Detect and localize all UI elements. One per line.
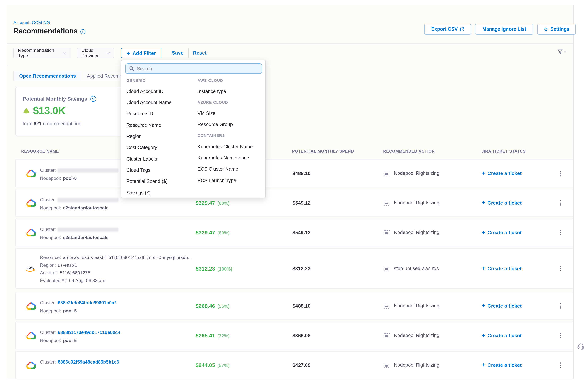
dropdown-item-resource-id[interactable]: Resource ID [126, 108, 196, 120]
resource-line-label: Nodepool: [40, 205, 61, 210]
table-row[interactable]: Cluster:6888b1c70e49db17c1de60c4Nodepool… [15, 322, 574, 349]
resource-line: Cluster:688c2fefc84fbdc99801a0a2 [40, 299, 117, 307]
create-ticket-button[interactable]: +Create a ticket [482, 170, 522, 176]
account-breadcrumb[interactable]: Account: CCM-NG [14, 20, 50, 25]
resource-line-label: Nodepool: [40, 176, 61, 181]
row-options-menu[interactable] [558, 199, 563, 207]
create-ticket-label: Create a ticket [488, 303, 522, 309]
row-options-menu[interactable] [558, 331, 563, 340]
aws-provider-icon: aws [25, 264, 36, 272]
potential-monthly-spend-cell: $549.12 [292, 230, 310, 236]
savings-value: $268.46 [196, 303, 215, 309]
gcp-provider-icon [25, 199, 36, 207]
cloud-provider-filter-chip[interactable]: Cloud Provider [77, 48, 114, 58]
table-row[interactable]: Cluster:6886e92f59a48cad86b5b1c6$244.05(… [15, 351, 574, 379]
manage-ignore-list-button[interactable]: Manage Ignore List [475, 24, 534, 34]
resource-line-value: 04 Aug, 06:33 am [69, 278, 105, 283]
resource-name-cell: Cluster:Nodepool:e2standar4autoscale [40, 226, 118, 242]
plus-icon: + [127, 50, 130, 56]
table-row[interactable]: Cluster:Nodepool:e2standar4autoscale$329… [15, 219, 574, 246]
dropdown-section-header-aws-cloud: AWS CLOUD [198, 75, 264, 86]
recommendation-type-icon [384, 362, 390, 368]
search-input[interactable] [137, 66, 258, 71]
gcp-cloud-icon [26, 332, 36, 340]
resource-line-label: Region: [40, 262, 56, 268]
resource-line-label: Cluster: [40, 300, 56, 306]
plus-icon: + [482, 170, 485, 176]
tab-open-recommendations[interactable]: Open Recommendations [14, 71, 82, 81]
recommended-action-label: Nodepool Rightsizing [394, 171, 439, 176]
dropdown-item-savings[interactable]: Savings ($) [126, 187, 196, 198]
cluster-link[interactable]: 688c2fefc84fbdc99801a0a2 [58, 300, 117, 306]
dropdown-item-resource-group[interactable]: Resource Group [198, 119, 264, 130]
dropdown-item-vm-size[interactable]: VM Size [198, 108, 264, 119]
recommended-action-cell: Nodepool Rightsizing [384, 362, 439, 368]
resource-line-value: e2standar4autoscale [63, 235, 108, 240]
dropdown-item-resource-name[interactable]: Resource Name [126, 120, 196, 131]
recommended-action-label: Nodepool Rightsizing [394, 230, 439, 235]
title-info-icon[interactable]: i [80, 29, 85, 34]
cluster-link[interactable]: 6886e92f59a48cad86b5b1c6 [58, 359, 119, 365]
redacted-value [58, 228, 118, 232]
savings-value: $329.47 [196, 230, 215, 236]
add-filter-button[interactable]: + Add Filter [121, 48, 162, 58]
create-ticket-button[interactable]: +Create a ticket [482, 303, 522, 309]
recommended-action-cell: Nodepool Rightsizing [384, 230, 439, 235]
row-options-menu[interactable] [558, 302, 563, 310]
table-row[interactable]: Cluster:Nodepool:e2standar4autoscale$329… [15, 189, 574, 217]
row-options-menu[interactable] [558, 361, 563, 369]
support-headset-icon[interactable] [576, 342, 585, 352]
create-ticket-button[interactable]: +Create a ticket [482, 266, 522, 271]
resource-line: Evaluated At:04 Aug, 06:33 am [40, 277, 192, 284]
dropdown-search[interactable] [125, 64, 262, 74]
app-root: Account: CCM-NG Recommendations i Export… [0, 0, 588, 392]
dropdown-item-region[interactable]: Region [126, 131, 196, 142]
row-options-menu[interactable] [558, 228, 563, 237]
filter-panel-toggle[interactable] [557, 49, 566, 54]
table-row[interactable]: awsResource:arn:aws:rds:us-east-1:511616… [15, 248, 574, 288]
dropdown-item-cluster-labels[interactable]: Cluster Labels [126, 153, 196, 165]
dropdown-item-cloud-account-name[interactable]: Cloud Account Name [126, 97, 196, 108]
create-ticket-button[interactable]: +Create a ticket [482, 362, 522, 368]
dropdown-item-kubernetes-namespace[interactable]: Kubernetes Namespace [198, 152, 264, 164]
add-filter-dropdown: GENERICCloud Account IDCloud Account Nam… [121, 60, 266, 198]
resource-name-cell: Resource:arn:aws:rds:us-east-1:511616801… [40, 254, 192, 284]
export-csv-button[interactable]: Export CSV [424, 24, 471, 34]
cluster-link[interactable]: 6888b1c70e49db17c1de60c4 [58, 330, 120, 335]
create-ticket-label: Create a ticket [488, 266, 522, 271]
dropdown-item-kubernetes-cluster-name[interactable]: Kubernetes Cluster Name [198, 141, 264, 152]
table-row[interactable]: Cluster:688c2fefc84fbdc99801a0a2Nodepool… [15, 292, 574, 320]
create-ticket-button[interactable]: +Create a ticket [482, 200, 522, 206]
gcp-cloud-icon [26, 228, 36, 236]
potential-monthly-spend-cell: $549.12 [292, 200, 310, 206]
recommendation-type-filter-chip[interactable]: Recommendation Type [14, 48, 70, 58]
recommendation-type-label: Recommendation Type [18, 48, 60, 58]
header-divider [7, 44, 574, 44]
create-ticket-button[interactable]: +Create a ticket [482, 230, 522, 236]
recommended-action-cell: Nodepool Rightsizing [384, 200, 439, 206]
search-icon [129, 66, 134, 71]
plus-icon: + [482, 332, 485, 338]
row-options-menu[interactable] [558, 264, 563, 273]
dropdown-item-instance-type[interactable]: Instance type [198, 86, 264, 97]
column-header-resource-name: RESOURCE NAME [21, 149, 59, 153]
dropdown-item-cloud-account-id[interactable]: Cloud Account ID [126, 86, 196, 97]
save-filter-button[interactable]: Save [172, 50, 184, 56]
row-options-menu[interactable] [558, 169, 563, 178]
chevron-down-icon [63, 51, 66, 54]
create-ticket-button[interactable]: +Create a ticket [482, 332, 522, 338]
dropdown-item-ecs-cluster-name[interactable]: ECS Cluster Name [198, 164, 264, 175]
recommended-action-label: Nodepool Rightsizing [394, 333, 439, 338]
reset-filter-button[interactable]: Reset [193, 50, 206, 56]
dropdown-item-cost-category[interactable]: Cost Category [126, 142, 196, 153]
dropdown-item-cloud-tags[interactable]: Cloud Tags [126, 165, 196, 176]
dropdown-item-ecs-launch-type[interactable]: ECS Launch Type [198, 175, 264, 186]
settings-button[interactable]: ⚙ Settings [537, 24, 576, 34]
help-icon[interactable]: ? [90, 96, 96, 102]
savings-percent: (60%) [217, 230, 230, 236]
table-row[interactable]: Cluster:Nodepool:pool-5$488.10Nodepool R… [15, 160, 574, 187]
dropdown-item-potential-spend[interactable]: Potential Spend ($) [126, 176, 196, 187]
recommendations-table: Cluster:Nodepool:pool-5$488.10Nodepool R… [15, 160, 574, 381]
recommended-action-cell: stop-unused-aws-rds [384, 266, 439, 271]
savings-percent: (100%) [217, 266, 232, 272]
